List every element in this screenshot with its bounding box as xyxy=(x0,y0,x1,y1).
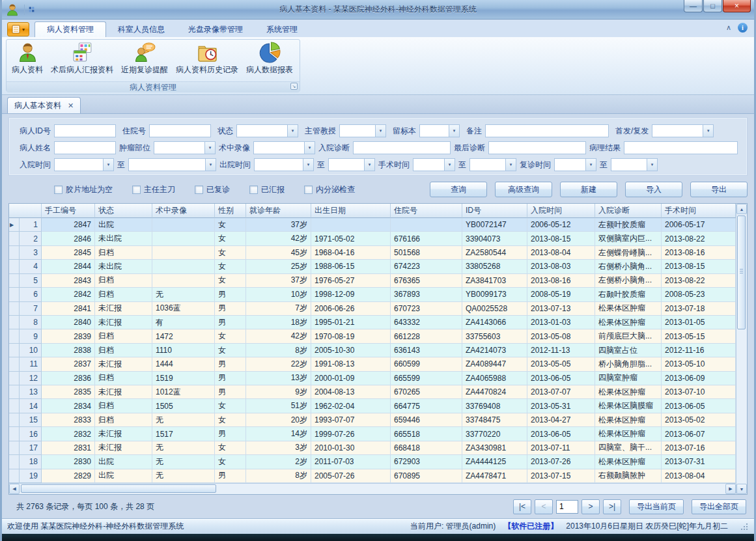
grid-cell[interactable]: 2013-08-15 xyxy=(662,260,736,273)
grid-cell[interactable]: 2013-06-05 xyxy=(527,372,595,385)
grid-cell[interactable]: YB0099173 xyxy=(462,288,527,301)
grid-cell[interactable]: 1517 xyxy=(152,427,215,441)
discharge-date-to-combo[interactable]: ▾ xyxy=(328,158,375,171)
grid-cell[interactable]: 1036蓝 xyxy=(152,302,215,316)
grid-cell[interactable]: 2843 xyxy=(42,274,95,288)
grid-cell[interactable]: 女 xyxy=(215,399,246,413)
grid-cell[interactable]: 2013-06-09 xyxy=(662,372,736,385)
grid-cell[interactable]: 男 xyxy=(215,385,246,399)
grid-cell[interactable]: 2013-07-16 xyxy=(662,441,736,455)
column-header-admit-date[interactable]: 入院时间 xyxy=(527,204,595,218)
admit-date-to-combo[interactable]: ▾ xyxy=(128,158,216,171)
grid-cell[interactable]: 661228 xyxy=(391,329,462,343)
grid-cell[interactable]: 2013-06-05 xyxy=(662,399,736,413)
grid-cell[interactable]: 2006-06-26 xyxy=(311,302,391,316)
grid-cell[interactable]: 女 xyxy=(215,246,246,260)
checkbox-icon[interactable] xyxy=(195,186,203,194)
grid-cell[interactable]: 2013-05-31 xyxy=(527,399,595,413)
patient-name-input[interactable] xyxy=(54,141,116,154)
grid-cell[interactable]: 右额颞脑脓肿 xyxy=(595,469,662,483)
grid-cell[interactable]: 670723 xyxy=(391,302,462,316)
surgery-date-to-combo[interactable]: ▾ xyxy=(469,158,516,171)
grid-cell[interactable]: 33904073 xyxy=(462,232,527,245)
scroll-down-icon[interactable]: ▼ xyxy=(736,484,747,494)
grid-cell[interactable]: 2004-08-13 xyxy=(311,385,391,399)
grid-cell[interactable] xyxy=(152,232,215,245)
ribbon-tab-patient-management[interactable]: 病人资料管理 xyxy=(35,21,106,37)
revisit-date-to-combo[interactable]: ▾ xyxy=(611,158,658,171)
grid-cell[interactable]: 676166 xyxy=(391,232,462,245)
grid-cell[interactable]: 男 xyxy=(215,302,246,316)
grid-cell[interactable]: 674223 xyxy=(391,260,462,273)
grid-cell[interactable]: 男 xyxy=(215,316,246,329)
grid-cell[interactable]: 桥小脑角胆脂... xyxy=(595,357,662,371)
grid-cell[interactable] xyxy=(311,218,391,232)
grid-cell[interactable]: 1970-08-19 xyxy=(311,329,391,343)
grid-cell[interactable]: 前颅底巨大脑... xyxy=(595,329,662,343)
grid-cell[interactable]: 20岁 xyxy=(246,413,311,427)
grid-cell[interactable]: 668418 xyxy=(391,441,462,455)
grid-cell[interactable]: 2013-08-15 xyxy=(527,232,595,245)
grid-row[interactable]: 182830出院无女2岁2011-07-03672903ZA4444125201… xyxy=(9,455,736,469)
grid-cell[interactable]: 2006-05-12 xyxy=(527,218,595,232)
grid-cell[interactable]: 未汇报 xyxy=(95,427,152,441)
resize-grip[interactable] xyxy=(740,522,749,531)
column-header-manual-no[interactable]: 手工编号 xyxy=(42,204,95,218)
revisit-reminder-button[interactable]: 近期复诊提醒 xyxy=(117,41,172,81)
hscroll-track[interactable] xyxy=(20,484,725,494)
grid-cell[interactable]: 13岁 xyxy=(246,372,311,385)
surgery-date-from-combo[interactable]: ▾ xyxy=(413,158,455,171)
grid-cell[interactable]: 643332 xyxy=(391,316,462,329)
tumor-site-combo[interactable]: ▾ xyxy=(154,141,216,154)
grid-cell[interactable]: 松果体区肿瘤 xyxy=(595,413,662,427)
dropdown-arrow-icon[interactable]: ▾ xyxy=(444,159,455,171)
scroll-left-icon[interactable]: ◀ xyxy=(9,484,20,494)
grid-cell[interactable]: 2834 xyxy=(42,399,95,413)
onset-recurrence-combo[interactable]: ▾ xyxy=(652,124,714,137)
grid-cell[interactable]: 归档 xyxy=(95,288,152,301)
grid-cell[interactable]: 1519 xyxy=(152,372,215,385)
checkbox-revisited[interactable]: 已复诊 xyxy=(195,184,230,195)
final-diagnosis-input[interactable] xyxy=(488,141,586,154)
grid-cell[interactable]: 2013-07-26 xyxy=(527,455,595,469)
grid-cell[interactable]: 660599 xyxy=(391,357,462,371)
grid-cell[interactable]: 42岁 xyxy=(246,232,311,245)
grid-cell[interactable]: 2845 xyxy=(42,246,95,260)
grid-cell[interactable]: 男 xyxy=(215,288,246,301)
grid-cell[interactable]: 37岁 xyxy=(246,274,311,288)
info-icon[interactable]: i xyxy=(738,23,748,33)
status-combo[interactable]: ▾ xyxy=(236,124,298,137)
grid-cell[interactable]: 归档 xyxy=(95,344,152,357)
ribbon-tab-system[interactable]: 系统管理 xyxy=(255,21,309,37)
grid-cell[interactable]: 归档 xyxy=(95,329,152,343)
grid-cell[interactable]: 2013-07-31 xyxy=(662,455,736,469)
grid-cell[interactable]: 2833 xyxy=(42,413,95,427)
grid-cell[interactable]: 松果体区肿瘤 xyxy=(595,427,662,441)
grid-cell[interactable]: 归档 xyxy=(95,413,152,427)
checkbox-icon[interactable] xyxy=(54,186,63,194)
column-header-gender[interactable]: 性别 xyxy=(215,204,246,218)
ribbon-tab-disc-management[interactable]: 光盘录像带管理 xyxy=(176,21,255,37)
grid-cell[interactable]: 松果体区脑膜瘤 xyxy=(595,399,662,413)
grid-cell[interactable]: 2844 xyxy=(42,260,95,273)
grid-cell[interactable]: 2013-04-27 xyxy=(527,413,595,427)
close-button[interactable]: × xyxy=(723,0,751,12)
vertical-scrollbar[interactable]: ▲ ▼ xyxy=(736,204,747,494)
dropdown-arrow-icon[interactable]: ▾ xyxy=(304,142,315,154)
tab-close-icon[interactable]: ✕ xyxy=(68,102,74,110)
grid-cell[interactable]: 1995-01-21 xyxy=(311,316,391,329)
grid-cell[interactable]: 18岁 xyxy=(246,316,311,329)
column-header-age[interactable]: 就诊年龄 xyxy=(246,204,311,218)
grid-row[interactable]: 112837未汇报1444男22岁1991-08-13660599ZA40894… xyxy=(9,357,736,371)
dialog-launcher-icon[interactable]: ↘ xyxy=(290,83,298,90)
grid-cell[interactable]: 无 xyxy=(152,413,215,427)
grid-cell[interactable]: 归档 xyxy=(95,246,152,260)
grid-cell[interactable]: 2840 xyxy=(42,316,95,329)
grid-cell[interactable]: ZA4214073 xyxy=(462,344,527,357)
grid-cell[interactable]: 1993-07-07 xyxy=(311,413,391,427)
grid-cell[interactable]: 1999-07-26 xyxy=(311,427,391,441)
grid-cell[interactable]: 8岁 xyxy=(246,344,311,357)
grid-row[interactable]: 122836归档1519男13岁2000-01-09665599ZA406598… xyxy=(9,372,736,385)
next-page-button[interactable]: > xyxy=(581,499,600,514)
grid-cell[interactable]: 未出院 xyxy=(95,260,152,273)
